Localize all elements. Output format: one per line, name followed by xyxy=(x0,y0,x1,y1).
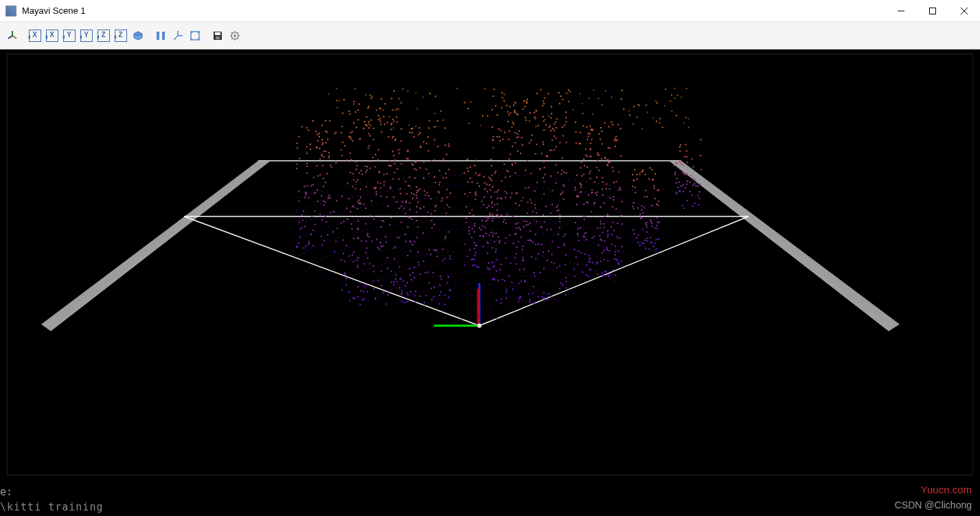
svg-rect-348 xyxy=(366,186,367,188)
svg-rect-2227 xyxy=(622,90,623,91)
svg-rect-147 xyxy=(306,186,308,187)
svg-rect-2053 xyxy=(430,198,431,199)
svg-rect-743 xyxy=(513,104,514,106)
svg-rect-1890 xyxy=(318,245,319,245)
svg-rect-2232 xyxy=(592,113,593,115)
close-button[interactable] xyxy=(948,0,980,22)
svg-rect-967 xyxy=(506,289,508,291)
svg-rect-1590 xyxy=(526,276,527,277)
svg-rect-1196 xyxy=(619,238,620,239)
svg-rect-1257 xyxy=(642,212,643,214)
maximize-button[interactable] xyxy=(917,0,948,22)
svg-rect-2112 xyxy=(392,190,394,191)
svg-rect-2068 xyxy=(523,197,524,198)
axes-indicator-button[interactable] xyxy=(170,27,185,43)
svg-rect-1409 xyxy=(472,317,474,317)
svg-rect-293 xyxy=(358,172,360,174)
svg-rect-2059 xyxy=(467,197,468,197)
svg-rect-1531 xyxy=(488,284,490,284)
svg-rect-158 xyxy=(388,165,389,166)
view-z-plus-button[interactable]: Z xyxy=(95,27,111,43)
svg-rect-1540 xyxy=(525,288,527,289)
svg-rect-2221 xyxy=(442,120,444,121)
svg-rect-884 xyxy=(545,205,547,207)
svg-rect-837 xyxy=(509,234,510,236)
view-z-minus-button[interactable]: Z xyxy=(113,27,128,43)
svg-rect-53 xyxy=(317,134,318,135)
svg-rect-756 xyxy=(499,269,501,270)
svg-rect-1752 xyxy=(389,249,390,249)
svg-rect-2048 xyxy=(400,201,401,201)
svg-rect-39 xyxy=(306,146,308,148)
svg-rect-1550 xyxy=(556,299,557,300)
svg-rect-375 xyxy=(353,261,354,262)
svg-rect-660 xyxy=(470,177,471,179)
svg-rect-971 xyxy=(543,298,545,300)
isometric-view-button[interactable] xyxy=(130,27,146,43)
svg-rect-733 xyxy=(536,221,537,223)
svg-rect-2129 xyxy=(499,186,500,186)
svg-rect-123 xyxy=(308,197,309,199)
svg-rect-2127 xyxy=(486,186,487,186)
svg-rect-254 xyxy=(356,168,357,170)
svg-rect-199 xyxy=(387,257,388,258)
svg-rect-1276 xyxy=(650,221,652,223)
view-x-minus-button[interactable]: X xyxy=(44,27,60,43)
svg-rect-1172 xyxy=(602,177,603,179)
svg-rect-220 xyxy=(353,251,354,253)
svg-rect-927 xyxy=(492,96,494,97)
parallel-projection-button[interactable] xyxy=(152,27,168,43)
svg-rect-2039 xyxy=(350,209,351,210)
3d-scene-viewport[interactable] xyxy=(0,49,980,480)
svg-rect-999 xyxy=(510,113,511,114)
svg-rect-2324 xyxy=(572,109,573,111)
svg-rect-239 xyxy=(386,304,387,305)
svg-rect-1999 xyxy=(516,208,517,209)
svg-rect-185 xyxy=(352,228,353,229)
svg-rect-991 xyxy=(499,242,500,243)
minimize-button[interactable] xyxy=(885,0,917,22)
svg-rect-803 xyxy=(529,223,531,224)
svg-rect-1900 xyxy=(361,231,363,232)
svg-rect-289 xyxy=(378,115,379,116)
svg-rect-780 xyxy=(499,140,501,142)
svg-rect-125 xyxy=(325,216,326,217)
svg-rect-1700 xyxy=(479,251,481,251)
svg-rect-1475 xyxy=(446,298,447,298)
svg-rect-1835 xyxy=(428,232,429,232)
settings-button[interactable] xyxy=(227,27,242,43)
fullscreen-button[interactable] xyxy=(187,27,203,43)
save-button[interactable] xyxy=(209,27,225,43)
svg-rect-541 xyxy=(425,272,426,273)
svg-rect-622 xyxy=(481,220,483,221)
svg-rect-550 xyxy=(420,207,421,209)
view-y-minus-button[interactable]: Y xyxy=(78,27,94,43)
actor-button[interactable] xyxy=(4,27,20,43)
svg-rect-1078 xyxy=(620,155,622,157)
svg-rect-1891 xyxy=(322,243,323,244)
view-x-plus-button[interactable]: X xyxy=(27,27,43,43)
svg-rect-539 xyxy=(429,195,430,197)
svg-rect-682 xyxy=(483,197,485,198)
svg-rect-1185 xyxy=(586,265,587,266)
svg-rect-1061 xyxy=(614,140,615,142)
svg-rect-265 xyxy=(363,298,365,300)
view-y-plus-button[interactable]: Y xyxy=(61,27,77,43)
svg-rect-1717 xyxy=(565,260,567,261)
svg-rect-1214 xyxy=(577,195,578,197)
svg-rect-1301 xyxy=(634,180,635,181)
svg-rect-2158 xyxy=(296,197,297,198)
svg-rect-534 xyxy=(418,134,420,135)
svg-rect-505 xyxy=(405,202,407,203)
svg-rect-1013 xyxy=(497,280,499,281)
svg-rect-1465 xyxy=(420,307,421,308)
svg-rect-1430 xyxy=(439,313,440,314)
svg-rect-1806 xyxy=(307,269,308,270)
svg-rect-509 xyxy=(428,271,429,273)
svg-rect-1095 xyxy=(591,139,593,140)
svg-rect-1210 xyxy=(602,188,603,190)
svg-rect-1296 xyxy=(654,243,655,244)
svg-rect-977 xyxy=(545,299,546,300)
svg-rect-1446 xyxy=(483,305,484,306)
svg-rect-868 xyxy=(535,258,536,260)
